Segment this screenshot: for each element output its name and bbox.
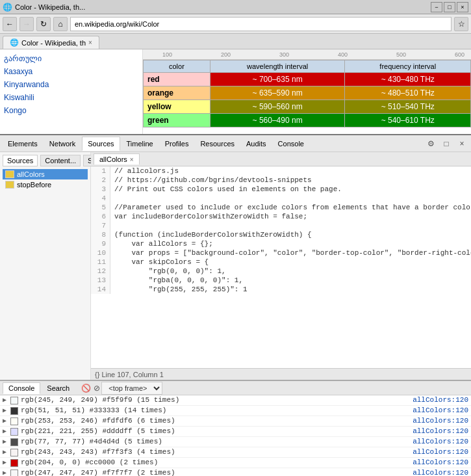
sources-tab-sources[interactable]: Sources: [3, 155, 38, 166]
maximize-button[interactable]: □: [444, 2, 455, 12]
devtools-tab-timeline[interactable]: Timeline: [121, 137, 159, 151]
devtools-tab-resources[interactable]: Resources: [195, 137, 240, 151]
sidebar-link-kazakh[interactable]: Казахуа: [3, 65, 140, 78]
row-toggle[interactable]: ▶: [3, 469, 10, 476]
console-row: ▶ rgb(204, 0, 0) #cc0000 (2 times) allCo…: [0, 458, 471, 468]
devtools-tab-console[interactable]: Console: [273, 137, 309, 151]
line-content: var skipColors = {: [110, 258, 209, 267]
devtools-dock-icon[interactable]: □: [440, 137, 453, 150]
code-line: 11 var skipColors = {: [91, 258, 471, 267]
console-clear-button[interactable]: 🚫: [81, 384, 91, 393]
browser-tab[interactable]: 🌐 Color - Wikipedia, th ×: [3, 36, 99, 49]
console-row: ▶ rgb(253, 253, 246) #fdfdf6 (6 times) a…: [0, 416, 471, 427]
color-swatch: [10, 469, 18, 476]
devtools: Elements Network Sources Timeline Profil…: [0, 134, 471, 380]
devtools-settings-icon[interactable]: ⚙: [424, 137, 437, 150]
color-swatch: [10, 449, 18, 456]
sidebar-link-kinyarwanda[interactable]: Kinyarwanda: [3, 78, 140, 91]
row-toggle[interactable]: ▶: [3, 438, 10, 445]
devtools-tab-audits[interactable]: Audits: [241, 137, 272, 151]
row-toggle[interactable]: ▶: [3, 458, 10, 466]
editor-tab-label: allColors: [99, 155, 127, 163]
code-line: 9 var allColors = {};: [91, 239, 471, 248]
console-link[interactable]: allColors:120: [413, 469, 468, 476]
devtools-toolbar: Elements Network Sources Timeline Profil…: [0, 135, 471, 152]
console-link[interactable]: allColors:120: [413, 417, 468, 425]
row-toggle[interactable]: ▶: [3, 427, 10, 435]
sources-editor: allColors × 1 // allcolors.js 2 // https…: [91, 152, 471, 380]
line-number: 7: [91, 221, 110, 230]
sidebar-link-kongo[interactable]: Kongo: [3, 104, 140, 117]
code-editor[interactable]: 1 // allcolors.js 2 // https://github.co…: [91, 166, 471, 368]
file-icon: [5, 170, 14, 178]
code-line: 10 var props = ["background-color", "col…: [91, 248, 471, 258]
title-bar: 🌐 Color - Wikipedia, th... − □ ×: [0, 0, 471, 14]
row-toggle[interactable]: ▶: [3, 406, 10, 414]
file-item-stopbefore[interactable]: stopBefore: [3, 179, 88, 190]
console-text: rgb(204, 0, 0) #cc0000 (2 times): [21, 458, 407, 466]
line-number: 6: [91, 212, 110, 221]
forward-button[interactable]: →: [19, 17, 34, 31]
devtools-tab-sources[interactable]: Sources: [82, 137, 120, 151]
console-row: ▶ rgb(77, 77, 77) #4d4d4d (5 times) allC…: [0, 437, 471, 447]
frequency-cell: ~ 510–540 THz: [345, 100, 471, 114]
console-link[interactable]: allColors:120: [413, 406, 468, 414]
table-row: red ~ 700–635 nm ~ 430–480 THz: [144, 73, 471, 86]
bookmark-button[interactable]: ☆: [454, 17, 468, 31]
console-row: ▶ rgb(245, 249, 249) #f5f9f9 (15 times) …: [0, 395, 471, 406]
console-row: ▶ rgb(243, 243, 243) #f7f3f3 (4 times) a…: [0, 447, 471, 458]
frame-selector[interactable]: <top frame>: [101, 382, 162, 395]
close-button[interactable]: ×: [457, 2, 468, 12]
row-toggle[interactable]: ▶: [3, 448, 10, 456]
console-link[interactable]: allColors:120: [413, 458, 468, 466]
sources-tab-content[interactable]: Content...: [40, 155, 81, 166]
editor-tab-allcolors[interactable]: allColors ×: [94, 153, 140, 165]
devtools-tab-network[interactable]: Network: [44, 137, 81, 151]
row-toggle[interactable]: ▶: [3, 396, 10, 404]
color-name-cell: orange: [144, 86, 210, 100]
console-tab-search[interactable]: Search: [42, 383, 75, 393]
code-line: 5 //Parameter used to include or exclude…: [91, 203, 471, 212]
console-link[interactable]: allColors:120: [413, 438, 468, 445]
refresh-button[interactable]: ↻: [36, 17, 51, 31]
devtools-close-icon[interactable]: ×: [455, 137, 468, 150]
line-number: 5: [91, 203, 110, 212]
line-number: 3: [91, 185, 110, 194]
code-line: 13 "rgba(0, 0, 0, 0)": 1,: [91, 276, 471, 285]
home-button[interactable]: ⌂: [53, 17, 68, 31]
minimize-button[interactable]: −: [431, 2, 442, 12]
console-link[interactable]: allColors:120: [413, 448, 468, 456]
sidebar-link-georgian[interactable]: გართული: [3, 52, 140, 65]
console-link[interactable]: allColors:120: [413, 396, 468, 404]
address-bar[interactable]: [70, 17, 452, 31]
col-header-color: color: [144, 60, 210, 73]
file-item-allcolors[interactable]: allColors: [3, 169, 88, 179]
console-row: ▶ rgb(51, 51, 51) #333333 (14 times) all…: [0, 406, 471, 416]
color-name-cell: red: [144, 73, 210, 86]
back-button[interactable]: ←: [3, 17, 17, 31]
devtools-tab-profiles[interactable]: Profiles: [160, 137, 194, 151]
editor-tab-close-button[interactable]: ×: [130, 156, 134, 163]
console-link[interactable]: allColors:120: [413, 427, 468, 435]
color-swatch: [10, 438, 18, 446]
tab-close-button[interactable]: ×: [88, 39, 92, 46]
console-tab-console[interactable]: Console: [3, 382, 40, 394]
devtools-tab-elements[interactable]: Elements: [3, 137, 43, 151]
color-swatch: [10, 459, 18, 467]
ruler: 100 200 300 400 500 600: [143, 49, 471, 60]
line-content: // allcolors.js: [110, 166, 179, 176]
console-text: rgb(243, 243, 243) #f7f3f3 (4 times): [21, 448, 407, 456]
line-content: (function (includeBorderColorsWithZeroWi…: [110, 230, 312, 239]
color-swatch: [10, 397, 18, 404]
console-content[interactable]: ▶ rgb(245, 249, 249) #f5f9f9 (15 times) …: [0, 395, 471, 476]
wavelength-cell: ~ 635–590 nm: [210, 86, 345, 100]
console-row: ▶ rgb(247, 247, 247) #f7f7f7 (2 times) a…: [0, 468, 471, 476]
row-toggle[interactable]: ▶: [3, 417, 10, 425]
sources-sidebar: Sources Content... Snippets allColors st…: [0, 152, 91, 380]
frequency-cell: ~ 430–480 THz: [345, 73, 471, 86]
title-bar-icon: 🌐: [3, 3, 12, 12]
line-content: var allColors = {};: [110, 239, 213, 248]
sidebar-link-kiswahili[interactable]: Kiswahili: [3, 91, 140, 104]
code-line: 3 // Print out CSS colors used in elemen…: [91, 185, 471, 194]
console-filter-button[interactable]: ⊘: [94, 384, 100, 393]
